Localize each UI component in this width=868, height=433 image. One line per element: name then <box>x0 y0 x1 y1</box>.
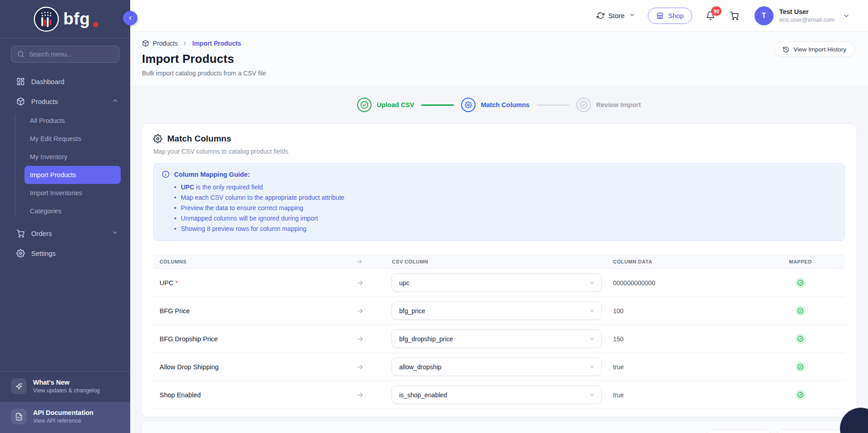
csv-column-select[interactable]: bfg_price <box>392 301 602 320</box>
mapped-cell <box>756 362 845 372</box>
sidebar-item-dashboard[interactable]: Dashboard <box>6 72 124 91</box>
sidebar-item-import-inventories[interactable]: Import Inventories <box>6 184 124 202</box>
package-icon <box>142 40 149 47</box>
page-header: Products Import Products Import Products… <box>130 32 868 86</box>
cart-icon <box>730 11 739 20</box>
column-data-value: true <box>609 363 756 371</box>
chevron-down-icon <box>589 363 595 370</box>
check-circle-icon <box>357 98 372 112</box>
sidebar-item-label: My Edit Requests <box>30 135 81 142</box>
chevron-down-icon <box>589 391 595 398</box>
logo-text: bfg <box>63 9 90 28</box>
sidebar-item-all-products[interactable]: All Products <box>6 112 124 130</box>
chevron-down-icon <box>589 335 595 342</box>
step-label: Upload CSV <box>377 101 414 108</box>
topbar: Store Shop 90 T Test User test.user@emai… <box>130 0 868 32</box>
arrow-right-icon <box>352 391 387 399</box>
whats-new-link[interactable]: What's New View updates & changelog <box>0 371 130 402</box>
card-title: Match Columns <box>167 134 231 144</box>
mapped-check-icon <box>795 362 806 372</box>
storefront-icon <box>656 12 664 20</box>
sync-icon <box>597 12 604 19</box>
mapped-check-icon <box>795 306 806 316</box>
breadcrumb: Products Import Products <box>142 40 854 47</box>
chevron-down-icon <box>629 12 635 19</box>
store-switcher[interactable]: Store <box>597 12 635 19</box>
avatar-initial: T <box>762 12 766 20</box>
field-label: BFG Price <box>153 307 352 315</box>
table-row: Allow Drop Shipping allow_dropship true <box>153 353 845 381</box>
logo-dot <box>93 22 98 27</box>
csv-column-value: upc <box>399 279 410 287</box>
sidebar-item-my-edit-requests[interactable]: My Edit Requests <box>6 130 124 148</box>
logo: bfg <box>0 0 130 38</box>
api-docs-subtitle: View API reference <box>33 418 94 424</box>
sidebar-item-categories[interactable]: Categories <box>6 202 124 220</box>
mapped-cell <box>756 334 845 344</box>
cart-button[interactable] <box>730 11 739 20</box>
sidebar: bfg Dashboard Products All Products My E… <box>0 0 130 433</box>
csv-column-select[interactable]: is_shop_enabled <box>392 386 602 404</box>
gear-icon <box>153 134 162 143</box>
sidebar-item-label: My Inventory <box>30 153 67 160</box>
sidebar-item-products[interactable]: Products <box>6 92 124 111</box>
api-docs-title: API Documentation <box>33 409 94 416</box>
field-label: UPC* <box>153 279 352 287</box>
avatar[interactable]: T <box>755 6 774 25</box>
step-connector-done <box>421 104 454 106</box>
main-area: Store Shop 90 T Test User test.user@emai… <box>130 0 868 433</box>
sidebar-collapse-button[interactable] <box>123 11 137 25</box>
sidebar-item-my-inventory[interactable]: My Inventory <box>6 148 124 166</box>
csv-column-select[interactable]: bfg_dropship_price <box>392 329 602 348</box>
breadcrumb-current[interactable]: Import Products <box>192 40 241 47</box>
search-icon <box>17 51 24 58</box>
whats-new-title: What's New <box>33 379 100 386</box>
footer-button-primary[interactable] <box>777 429 846 433</box>
app-root: bfg Dashboard Products All Products My E… <box>0 0 868 433</box>
sidebar-item-settings[interactable]: Settings <box>6 244 124 263</box>
csv-column-value: bfg_price <box>399 307 425 315</box>
column-data-value: 150 <box>609 335 756 343</box>
view-import-history-button[interactable]: View Import History <box>774 42 854 57</box>
csv-column-select[interactable]: allow_dropship <box>392 358 602 376</box>
mapped-check-icon <box>795 278 806 288</box>
user-menu[interactable]: Test User test.user@email.com <box>779 8 835 23</box>
sparkles-icon <box>11 378 27 394</box>
shop-label: Shop <box>668 12 684 19</box>
whats-new-subtitle: View updates & changelog <box>33 387 100 394</box>
notifications-button[interactable]: 90 <box>706 11 715 20</box>
step-match-columns[interactable]: Match Columns <box>461 98 529 112</box>
bfg-logo-icon <box>33 6 59 32</box>
gear-icon <box>16 249 25 258</box>
field-label: Shop Enabled <box>153 391 352 399</box>
step-upload-csv[interactable]: Upload CSV <box>357 98 414 112</box>
csv-column-value: allow_dropship <box>399 363 441 371</box>
sidebar-search <box>11 46 119 63</box>
sidebar-item-orders[interactable]: Orders <box>6 224 124 243</box>
shop-button[interactable]: Shop <box>648 8 692 24</box>
chevron-up-icon <box>112 97 118 105</box>
footer-button-secondary[interactable] <box>707 429 771 433</box>
mapped-cell <box>756 278 845 288</box>
page-title: Import Products <box>142 52 854 66</box>
match-columns-card: Match Columns Map your CSV columns to ca… <box>141 123 857 417</box>
breadcrumb-products[interactable]: Products <box>142 40 178 47</box>
guide-bullet: Preview the data to ensure correct mappi… <box>174 203 836 213</box>
column-mapping-guide: Column Mapping Guide: UPC is the only re… <box>153 163 845 241</box>
sidebar-item-import-products[interactable]: Import Products <box>24 166 121 184</box>
csv-column-value: bfg_dropship_price <box>399 335 453 343</box>
search-input[interactable] <box>29 51 113 58</box>
info-icon <box>162 170 170 178</box>
store-label: Store <box>609 12 625 19</box>
api-docs-link[interactable]: API Documentation View API reference <box>0 402 130 433</box>
sidebar-bottom: What's New View updates & changelog API … <box>0 371 130 433</box>
arrow-right-icon <box>352 363 387 371</box>
chevron-down-icon[interactable] <box>843 12 850 19</box>
arrow-right-icon <box>352 259 387 265</box>
view-import-history-label: View Import History <box>793 46 846 53</box>
content: Upload CSV Match Columns Review Import <box>130 86 868 433</box>
chevron-right-icon <box>182 40 188 47</box>
csv-column-select[interactable]: upc <box>392 273 602 292</box>
check-circle-icon <box>576 98 591 112</box>
user-name: Test User <box>779 8 835 15</box>
